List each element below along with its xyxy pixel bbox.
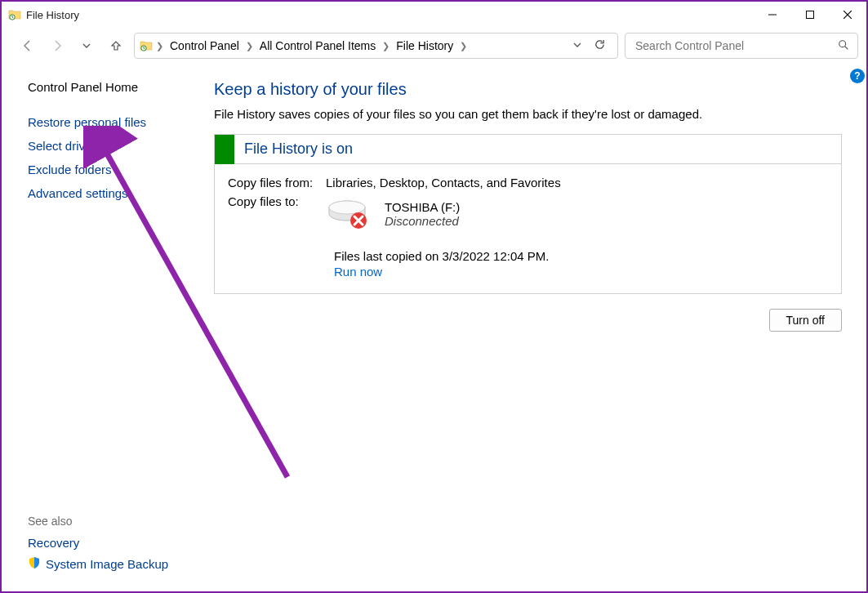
- see-also-item-label: Recovery: [28, 536, 79, 550]
- svg-point-9: [329, 201, 365, 214]
- advanced-settings-link[interactable]: Advanced settings: [28, 186, 193, 200]
- see-also-label: See also: [28, 515, 193, 528]
- search-input[interactable]: [634, 38, 838, 53]
- last-copied-text: Files last copied on 3/3/2022 12:04 PM.: [334, 249, 828, 263]
- crumb-all-items[interactable]: All Control Panel Items: [256, 39, 379, 52]
- filehistory-app-icon: [8, 8, 21, 21]
- crumb-control-panel[interactable]: Control Panel: [167, 39, 243, 52]
- shield-icon: [28, 556, 41, 572]
- drive-disconnected-icon: [326, 194, 373, 233]
- title-bar: File History: [2, 2, 866, 28]
- drive-status: Disconnected: [385, 214, 460, 228]
- sidebar: Control Panel Home Restore personal file…: [2, 64, 206, 591]
- forward-button[interactable]: [46, 34, 69, 57]
- svg-line-7: [845, 46, 848, 49]
- search-box[interactable]: [625, 33, 858, 59]
- exclude-folders-link[interactable]: Exclude folders: [28, 163, 193, 176]
- back-button[interactable]: [16, 34, 39, 57]
- status-title: File History is on: [234, 140, 353, 158]
- chevron-right-icon[interactable]: ❯: [458, 41, 469, 51]
- up-button[interactable]: [105, 34, 127, 57]
- page-description: File History saves copies of your files …: [214, 107, 842, 121]
- search-icon[interactable]: [838, 39, 849, 53]
- address-dropdown-icon[interactable]: [572, 39, 582, 52]
- minimize-button[interactable]: [754, 2, 791, 28]
- recent-dropdown[interactable]: [75, 34, 98, 57]
- page-heading: Keep a history of your files: [214, 80, 842, 99]
- status-panel: File History is on Copy files from: Libr…: [214, 134, 842, 294]
- turn-off-button[interactable]: Turn off: [769, 309, 842, 332]
- address-bar[interactable]: ❯ Control Panel ❯ All Control Panel Item…: [134, 33, 618, 59]
- addressbar-folder-icon: [140, 39, 153, 52]
- navigation-bar: ❯ Control Panel ❯ All Control Panel Item…: [2, 28, 866, 64]
- recovery-link[interactable]: Recovery: [28, 536, 193, 550]
- close-button[interactable]: [829, 2, 866, 28]
- maximize-button[interactable]: [791, 2, 829, 28]
- chevron-right-icon[interactable]: ❯: [381, 41, 391, 51]
- chevron-right-icon[interactable]: ❯: [154, 41, 165, 51]
- main-content: Keep a history of your files File Histor…: [206, 64, 866, 591]
- copy-from-value: Libraries, Desktop, Contacts, and Favori…: [326, 176, 561, 194]
- refresh-button[interactable]: [594, 38, 606, 53]
- svg-rect-2: [807, 11, 814, 19]
- system-image-backup-link[interactable]: System Image Backup: [28, 556, 193, 572]
- copy-to-label: Copy files to:: [228, 194, 326, 238]
- drive-name: TOSHIBA (F:): [385, 200, 460, 214]
- select-drive-link[interactable]: Select drive: [28, 139, 193, 153]
- restore-personal-files-link[interactable]: Restore personal files: [28, 115, 193, 129]
- chevron-right-icon[interactable]: ❯: [244, 41, 255, 51]
- status-indicator-icon: [215, 135, 234, 164]
- crumb-file-history[interactable]: File History: [393, 39, 456, 52]
- window-title: File History: [26, 9, 79, 21]
- control-panel-home-link[interactable]: Control Panel Home: [28, 80, 193, 94]
- run-now-link[interactable]: Run now: [334, 265, 382, 279]
- see-also-item-label: System Image Backup: [46, 557, 168, 571]
- svg-point-6: [839, 40, 846, 47]
- copy-from-label: Copy files from:: [228, 176, 326, 194]
